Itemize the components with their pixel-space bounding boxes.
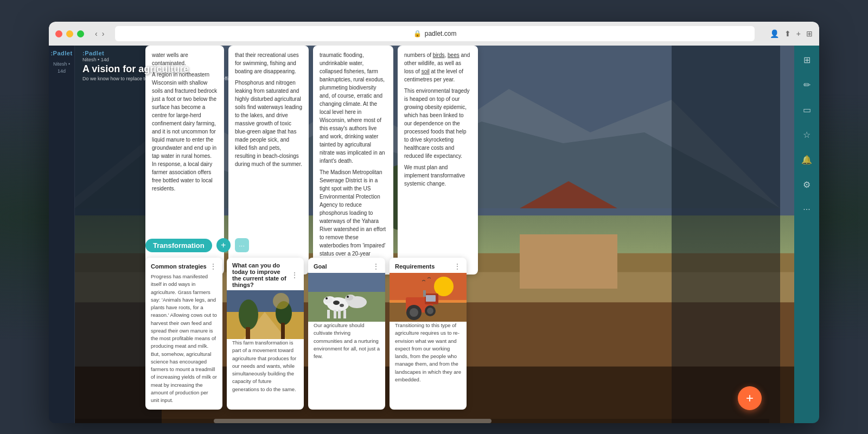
padlet-title: A vision for agriculture (82, 63, 266, 75)
padlet-brand-logo: :Padlet (50, 50, 72, 56)
svg-rect-31 (338, 310, 341, 318)
url-text: padlet.com (425, 30, 457, 37)
top-card-3-text: traumatic flooding, undrinkable water, c… (320, 51, 387, 165)
extensions-button[interactable]: ⊞ (806, 29, 813, 38)
top-card-4-text: numbers of birds, bees and other wildlif… (404, 51, 471, 84)
top-card-2-body: Phosphorus and nitrogen leaking from sat… (235, 79, 302, 168)
main-content: :Padlet Nitesh • 14d A vision for agricu… (75, 46, 794, 423)
fab-add-button[interactable]: + (738, 386, 762, 410)
svg-rect-29 (327, 310, 330, 318)
user-info: Nitesh • 14d (49, 59, 74, 76)
sidebar-icon-draw[interactable]: ✏ (798, 76, 815, 93)
transformation-section: Transformation + ··· Common strategies ⋮… (145, 238, 789, 410)
svg-point-34 (326, 297, 328, 299)
common-strategies-title: Common strategies (151, 263, 207, 270)
requirements-menu[interactable]: ⋮ (454, 262, 461, 271)
traffic-lights (55, 30, 84, 37)
what-can-you-do-card: What can you do today to improve the cur… (227, 258, 304, 410)
svg-rect-23 (281, 323, 285, 339)
svg-point-40 (347, 296, 349, 298)
forward-button[interactable]: › (102, 29, 105, 38)
username: Nitesh • 14d (51, 61, 72, 74)
common-strategies-menu[interactable]: ⋮ (209, 262, 217, 271)
top-card-4-extra: We must plan and implement transformativ… (404, 163, 471, 188)
browser-titlebar: ‹ › 🔒 padlet.com 👤 ⬆ + ⊞ (49, 22, 819, 46)
columns-row: Common strategies ⋮ Progress has manifes… (145, 258, 789, 410)
goal-card: Goal ⋮ (308, 258, 385, 410)
padlet-logo-text: :Padlet (82, 50, 266, 56)
new-tab-button[interactable]: + (796, 29, 801, 38)
left-sidebar: :Padlet Nitesh • 14d (49, 46, 75, 423)
svg-rect-52 (426, 295, 436, 302)
maximize-button[interactable] (77, 30, 84, 37)
top-card-4-body: This environmental tragedy is heaped on … (404, 87, 471, 160)
column-header: Transformation + ··· (145, 238, 789, 252)
what-can-you-do-menu[interactable]: ⋮ (291, 271, 298, 279)
svg-rect-18 (227, 290, 304, 312)
goal-title: Goal (314, 263, 327, 270)
sidebar-icon-star[interactable]: ☆ (798, 126, 815, 143)
requirements-title: Requirements (395, 263, 435, 270)
browser-actions: 👤 ⬆ + ⊞ (770, 29, 813, 38)
goal-menu[interactable]: ⋮ (372, 262, 380, 271)
sidebar-icon-settings[interactable]: ⚙ (798, 176, 815, 193)
top-card-4-content: numbers of birds, bees and other wildlif… (398, 46, 478, 196)
svg-point-35 (333, 301, 340, 305)
svg-point-39 (346, 295, 353, 301)
svg-rect-26 (308, 273, 385, 292)
lock-icon: 🔒 (413, 30, 422, 37)
top-card-1-body: A region in northeastern Wisconsin with … (152, 71, 218, 193)
svg-point-43 (434, 277, 454, 296)
tractor-image (390, 273, 467, 322)
sidebar-icon-bell[interactable]: 🔔 (798, 151, 815, 168)
browser-window: ‹ › 🔒 padlet.com 👤 ⬆ + ⊞ :Padlet Nitesh … (49, 22, 819, 423)
common-strategies-body: Progress has manifested itself in odd wa… (145, 273, 222, 410)
svg-point-33 (324, 297, 333, 303)
padlet-description: Do we know how to replace toxic livestoc… (82, 76, 266, 81)
svg-point-24 (273, 293, 289, 309)
column-more-button[interactable]: ··· (235, 238, 249, 252)
requirements-header: Requirements ⋮ (390, 258, 467, 273)
back-button[interactable]: ‹ (95, 29, 98, 38)
add-column-button[interactable]: + (216, 238, 231, 252)
browser-nav-controls: ‹ › (95, 29, 104, 38)
goal-header: Goal ⋮ (308, 258, 385, 273)
share-button[interactable]: ⬆ (784, 29, 791, 38)
right-sidebar: ⊞ ✏ ▭ ☆ 🔔 ⚙ ··· (794, 46, 819, 423)
sidebar-icon-grid[interactable]: ⊞ (798, 51, 815, 68)
svg-rect-32 (343, 310, 346, 318)
requirements-card: Requirements ⋮ (390, 258, 467, 410)
common-strategies-header: Common strategies ⋮ (145, 258, 222, 273)
what-can-you-do-body: This farm transformation is part of a mo… (227, 339, 304, 399)
requirements-body: Transitioning to this type of agricultur… (390, 322, 467, 389)
common-strategies-card: Common strategies ⋮ Progress has manifes… (145, 258, 222, 410)
address-bar[interactable]: 🔒 padlet.com (115, 26, 754, 41)
sidebar-icon-shape[interactable]: ▭ (798, 101, 815, 118)
svg-rect-51 (423, 290, 426, 297)
horizontal-scrollbar[interactable] (75, 419, 769, 423)
svg-point-20 (239, 299, 258, 330)
svg-rect-22 (246, 327, 250, 339)
close-button[interactable] (55, 30, 62, 37)
svg-point-48 (410, 308, 418, 317)
svg-point-36 (340, 304, 344, 307)
svg-rect-30 (334, 310, 336, 318)
cows-image (308, 273, 385, 322)
column-label: Transformation (145, 239, 212, 252)
minimize-button[interactable] (66, 30, 73, 37)
padlet-user-time: Nitesh • 14d (82, 57, 266, 62)
farm-road-image (227, 290, 304, 339)
sidebar-icon-more[interactable]: ··· (798, 201, 815, 218)
what-can-you-do-title: What can you do today to improve the cur… (232, 262, 291, 288)
goal-body: Our agriculture should cultivate thrivin… (308, 322, 385, 366)
what-can-you-do-header: What can you do today to improve the cur… (227, 258, 304, 290)
padlet-app: :Padlet Nitesh • 14d (49, 46, 819, 423)
account-button[interactable]: 👤 (770, 29, 779, 38)
svg-point-50 (427, 308, 433, 314)
scrollbar-thumb[interactable] (214, 419, 492, 423)
padlet-header-info: :Padlet Nitesh • 14d A vision for agricu… (82, 50, 266, 81)
